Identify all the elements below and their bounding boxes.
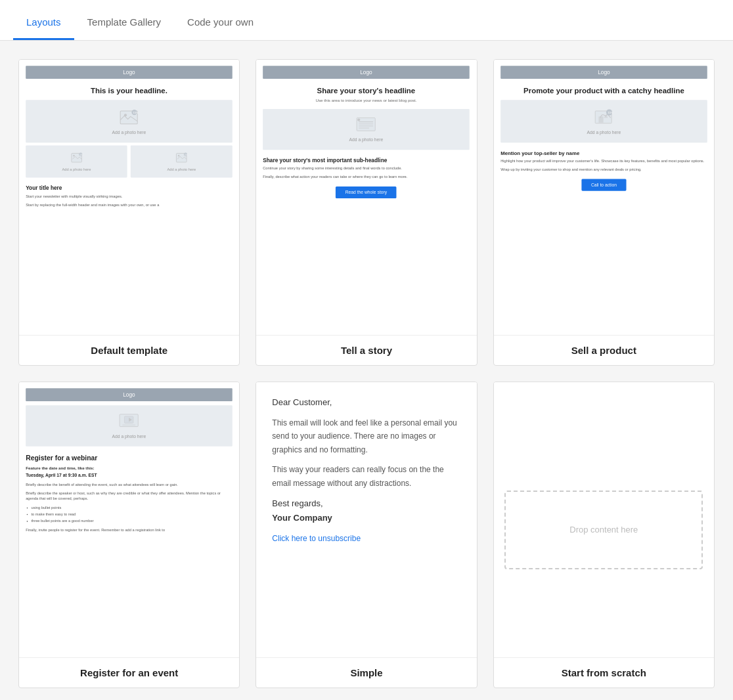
- product-label: Sell a product: [494, 336, 714, 365]
- simple-company: Your Company: [272, 511, 460, 525]
- logo-event: Logo: [26, 388, 233, 401]
- default-label: Default template: [19, 336, 239, 365]
- event-photo-label: Add a photo here: [112, 434, 146, 439]
- story-label: Tell a story: [256, 336, 476, 365]
- logo-product: Logo: [500, 66, 707, 79]
- event-body2: Briefly describe the speaker or host, su…: [19, 489, 239, 503]
- event-date: Tuesday, April 17 at 9:30 a.m. EST: [19, 472, 239, 481]
- simple-para2: This way your readers can really focus o…: [272, 463, 460, 490]
- story-sub-headline: Share your story's most important sub-he…: [256, 152, 476, 165]
- default-title: Your title here: [19, 181, 239, 193]
- svg-rect-25: [123, 424, 136, 426]
- event-photo: Add a photo here: [26, 405, 233, 446]
- story-photo-label: Add a photo here: [349, 137, 384, 142]
- card-preview-simple: Dear Customer, This email will look and …: [256, 382, 476, 658]
- story-body1: Continue your story by sharing some inte…: [256, 165, 476, 173]
- card-preview-product: Logo Promote your product with a catchy …: [494, 60, 714, 336]
- event-headline: Register for a webinar: [19, 449, 239, 464]
- default-two-col: 15% Add a photo here 15% Add a photo her…: [26, 146, 233, 178]
- simple-para1: This email will look and feel like a per…: [272, 416, 460, 456]
- default-photo-label: Add a photo here: [112, 130, 146, 135]
- template-card-product[interactable]: Logo Promote your product with a catchy …: [493, 59, 715, 366]
- event-body3: Finally, invite people to register for t…: [19, 526, 239, 535]
- event-label-card: Register for an event: [19, 658, 239, 688]
- story-intro: Use this area to introduce your news or …: [256, 97, 476, 106]
- product-photo: 15% Add a photo here: [500, 100, 707, 142]
- default-headline: This is your headline.: [19, 83, 239, 97]
- card-preview-scratch: Drop content here: [494, 382, 714, 658]
- card-preview-event: Logo Add a photo here Register for a web…: [19, 382, 239, 658]
- product-body1: Highlight how your product will improve …: [494, 158, 714, 166]
- template-card-simple[interactable]: Dear Customer, This email will look and …: [255, 382, 477, 688]
- simple-unsubscribe: Click here to unsubscribe: [272, 532, 460, 545]
- story-photo: Add a photo here: [263, 109, 470, 150]
- tab-layouts[interactable]: Layouts: [13, 6, 74, 40]
- card-preview-default: Logo This is your headline. 15% Add a ph…: [19, 60, 239, 336]
- svg-text:15%: 15%: [185, 154, 189, 156]
- simple-greeting: Dear Customer,: [272, 395, 460, 410]
- default-body2: Start by replacing the full-width header…: [19, 201, 239, 209]
- story-body2: Finally, describe what action your reade…: [256, 173, 476, 182]
- svg-text:15%: 15%: [79, 154, 83, 156]
- scratch-label: Start from scratch: [494, 658, 714, 688]
- svg-rect-19: [598, 116, 603, 122]
- tab-code-your-own[interactable]: Code your own: [174, 6, 267, 40]
- template-card-event[interactable]: Logo Add a photo here Register for a web…: [18, 382, 240, 688]
- product-sub-headline: Mention your top-seller by name: [494, 146, 714, 158]
- default-photo-main: 15% Add a photo here: [26, 100, 233, 142]
- svg-text:15%: 15%: [608, 111, 613, 114]
- simple-regards: Best regards,: [272, 496, 460, 511]
- tab-template-gallery[interactable]: Template Gallery: [74, 6, 175, 40]
- event-bullets: using bullet points to make them easy to…: [19, 503, 239, 526]
- product-headline: Promote your product with a catchy headl…: [494, 83, 714, 97]
- template-card-story[interactable]: Logo Share your story's headline Use thi…: [255, 59, 477, 366]
- event-body1: Briefly describe the benefit of attendin…: [19, 481, 239, 489]
- template-grid: Logo This is your headline. 15% Add a ph…: [0, 41, 733, 700]
- story-headline: Share your story's headline: [256, 83, 476, 97]
- card-preview-story: Logo Share your story's headline Use thi…: [256, 60, 476, 336]
- scratch-drop-zone: Drop content here: [504, 491, 703, 569]
- logo-default: Logo: [26, 66, 233, 79]
- template-card-default[interactable]: Logo This is your headline. 15% Add a ph…: [18, 59, 240, 366]
- story-cta-button[interactable]: Read the whole story: [336, 186, 397, 198]
- svg-text:15%: 15%: [133, 111, 139, 114]
- scratch-drop-label: Drop content here: [569, 525, 638, 535]
- default-photo-left: 15% Add a photo here: [26, 146, 127, 178]
- product-body2: Wrap up by inviting your customer to sho…: [494, 165, 714, 174]
- default-photo-right: 15% Add a photo here: [131, 146, 233, 178]
- tabs-bar: Layouts Template Gallery Code your own: [0, 0, 733, 41]
- default-body1: Start your newsletter with multiple visu…: [19, 192, 239, 201]
- event-label: Feature the date and time, like this:: [19, 464, 239, 471]
- logo-story: Logo: [263, 66, 470, 79]
- simple-label: Simple: [256, 658, 476, 688]
- product-photo-label: Add a photo here: [587, 130, 621, 135]
- template-card-scratch[interactable]: Drop content here Start from scratch: [493, 382, 715, 688]
- product-cta-button[interactable]: Call to action: [581, 179, 626, 190]
